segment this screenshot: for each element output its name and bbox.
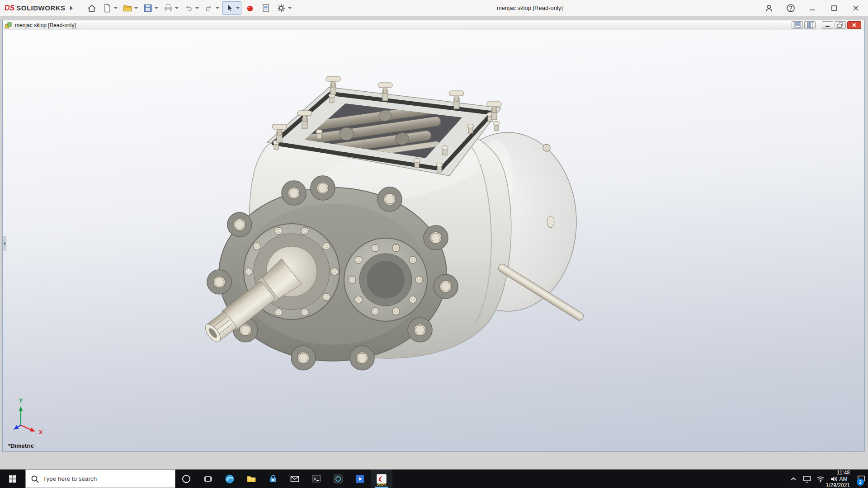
cortana-button[interactable] — [175, 469, 197, 488]
photos-icon — [333, 474, 344, 484]
tile-horizontal-button[interactable] — [792, 21, 803, 29]
select-button[interactable] — [222, 1, 241, 15]
file-properties-icon — [261, 3, 271, 13]
app-titlebar: DS SOLIDWORKS — [0, 0, 868, 16]
edge-icon — [224, 474, 235, 484]
3dexperience-button[interactable] — [243, 1, 257, 15]
red-sphere-icon — [245, 3, 255, 13]
open-folder-icon — [123, 3, 132, 13]
toolbar-expander-button[interactable] — [70, 6, 73, 10]
file-properties-button[interactable] — [259, 1, 273, 15]
app-window-controls — [761, 0, 863, 16]
terminal-icon — [311, 474, 322, 484]
notification-badge: 2 — [857, 479, 864, 486]
view-orientation-label: *Dimetric — [8, 442, 34, 449]
mail-button[interactable] — [284, 469, 306, 488]
new-document-button[interactable] — [100, 1, 119, 15]
print-icon — [163, 3, 173, 13]
cortana-icon — [181, 474, 191, 484]
ds-logo: DS — [5, 4, 14, 12]
quick-access-toolbar — [85, 1, 293, 15]
home-button[interactable] — [85, 1, 99, 15]
redo-icon — [204, 3, 214, 13]
undo-icon — [184, 3, 193, 13]
chevron-up-icon — [789, 474, 798, 483]
system-tray: 11:48 AM 1/29/2021 2 — [787, 469, 868, 488]
minimize-icon — [824, 22, 831, 28]
mail-icon — [289, 474, 300, 484]
undo-button[interactable] — [182, 1, 201, 15]
taskbar-clock[interactable]: 11:48 AM 1/29/2021 — [841, 469, 854, 488]
home-icon — [87, 3, 97, 13]
assembly-document-icon — [5, 22, 12, 29]
solidworks-logo: DS SOLIDWORKS — [5, 4, 66, 12]
account-button[interactable] — [761, 1, 777, 15]
taskbar-search[interactable] — [25, 469, 175, 488]
graphics-viewport[interactable]: Y X *Dimetric — [3, 30, 864, 451]
solidworks-taskbar-button[interactable]: 2021 — [371, 469, 392, 488]
document-window-controls — [792, 21, 862, 29]
close-button[interactable] — [848, 1, 863, 15]
start-button[interactable] — [0, 469, 25, 488]
chevron-left-icon — [4, 242, 5, 245]
minimize-icon — [809, 5, 816, 11]
store-button[interactable] — [262, 469, 284, 488]
help-button[interactable] — [783, 1, 798, 15]
options-button[interactable] — [274, 1, 293, 15]
restore-icon — [837, 22, 844, 28]
help-icon — [786, 3, 796, 13]
close-icon — [851, 22, 858, 28]
movies-tv-icon — [354, 474, 365, 484]
account-icon — [764, 3, 774, 13]
gearbox-model[interactable] — [3, 30, 864, 451]
new-document-icon — [102, 3, 112, 13]
clock-time: 11:48 AM — [837, 469, 850, 482]
wifi-icon — [816, 474, 825, 483]
store-icon — [268, 474, 278, 484]
maximize-button[interactable] — [826, 1, 842, 15]
terminal-button[interactable] — [306, 469, 327, 488]
doc-close-button[interactable] — [847, 21, 861, 29]
tile-vertical-button[interactable] — [804, 21, 816, 29]
action-center-button[interactable]: 2 — [854, 469, 868, 488]
photos-button[interactable] — [327, 469, 349, 488]
gear-icon — [276, 3, 286, 13]
tray-expand-button[interactable] — [787, 469, 800, 488]
triad-y-label: Y — [19, 398, 23, 404]
triad-x-label: X — [39, 429, 42, 436]
save-button[interactable] — [141, 1, 160, 15]
output-boss[interactable] — [344, 238, 427, 321]
windows-taskbar: 2021 11:48 AM 1/29/2021 2 — [0, 469, 868, 488]
search-icon — [30, 474, 39, 483]
network-tray-button[interactable] — [814, 469, 827, 488]
chevron-right-icon — [70, 6, 73, 10]
save-icon — [143, 3, 153, 13]
doc-minimize-button[interactable] — [822, 21, 833, 29]
tile-vertical-icon — [807, 22, 814, 28]
open-button[interactable] — [121, 1, 140, 15]
redo-button[interactable] — [202, 1, 221, 15]
panel-splitter-handle[interactable] — [3, 236, 6, 251]
solidworks-year-label: 2021 — [377, 483, 386, 487]
display-tray-button[interactable] — [800, 469, 814, 488]
windows-logo-icon — [8, 474, 17, 483]
close-icon — [853, 5, 859, 11]
task-view-icon — [203, 474, 213, 484]
minimize-button[interactable] — [805, 1, 820, 15]
print-button[interactable] — [161, 1, 180, 15]
document-titlebar: menjac sklop [Read-only] — [3, 20, 864, 30]
edge-button[interactable] — [219, 469, 241, 488]
doc-restore-button[interactable] — [835, 21, 846, 29]
file-explorer-icon — [246, 474, 257, 484]
clock-date: 1/29/2021 — [826, 482, 850, 488]
app-title: menjac sklop [Read-only] — [497, 5, 563, 11]
document-window: menjac sklop [Read-only] — [2, 20, 865, 452]
search-input[interactable] — [43, 475, 170, 482]
solidworks-app: DS SOLIDWORKS — [0, 0, 868, 488]
document-title: menjac sklop [Read-only] — [15, 22, 76, 28]
movies-tv-button[interactable] — [349, 469, 371, 488]
brand-name: SOLIDWORKS — [16, 4, 65, 12]
orientation-triad: Y X — [5, 396, 49, 440]
file-explorer-button[interactable] — [241, 469, 262, 488]
task-view-button[interactable] — [197, 469, 219, 488]
